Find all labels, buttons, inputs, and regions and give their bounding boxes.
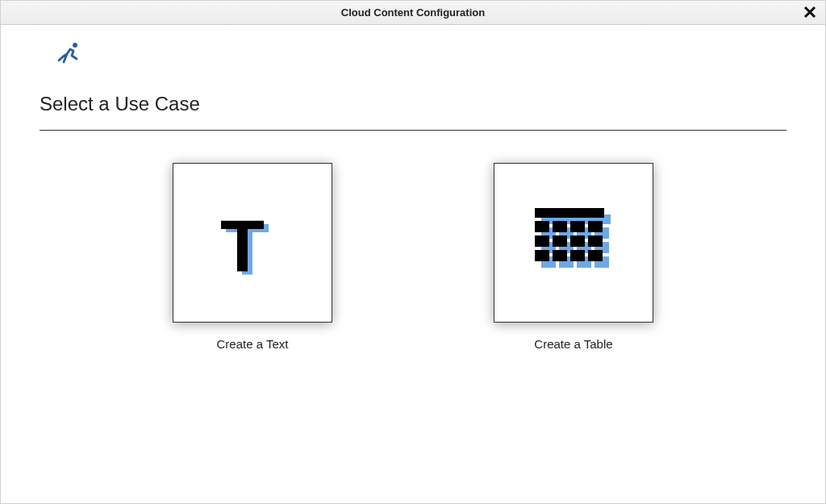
create-text-card[interactable]: T T	[173, 163, 332, 323]
svg-rect-21	[535, 235, 549, 247]
page-heading: Select a Use Case	[40, 93, 786, 115]
divider	[40, 130, 786, 131]
dialog-content: Select a Use Case T T Create a Text	[1, 25, 825, 351]
svg-rect-18	[553, 221, 567, 232]
create-table-card[interactable]	[494, 163, 653, 323]
svg-rect-20	[588, 221, 603, 232]
svg-rect-27	[570, 250, 585, 261]
dialog-window: Cloud Content Configuration Select a Use…	[0, 0, 826, 504]
close-icon	[803, 4, 816, 23]
close-button[interactable]	[801, 4, 819, 22]
svg-rect-23	[570, 235, 585, 247]
svg-rect-26	[553, 250, 567, 261]
svg-rect-16	[535, 208, 604, 218]
svg-rect-19	[570, 221, 585, 232]
svg-rect-25	[535, 250, 549, 261]
text-icon: T T	[220, 210, 285, 275]
use-case-cards: T T Create a Text	[40, 163, 786, 351]
create-text-label: Create a Text	[217, 337, 289, 351]
create-table-label: Create a Table	[534, 337, 612, 351]
svg-rect-17	[535, 221, 549, 232]
window-title: Cloud Content Configuration	[341, 6, 485, 19]
svg-rect-22	[553, 235, 567, 247]
titlebar: Cloud Content Configuration	[1, 1, 825, 25]
app-logo-icon	[56, 41, 786, 70]
svg-point-2	[73, 43, 77, 48]
create-text-option: T T Create a Text	[173, 163, 332, 351]
create-table-option: Create a Table	[494, 163, 653, 351]
svg-rect-28	[588, 250, 603, 261]
svg-rect-24	[588, 235, 603, 247]
table-icon	[535, 208, 612, 277]
